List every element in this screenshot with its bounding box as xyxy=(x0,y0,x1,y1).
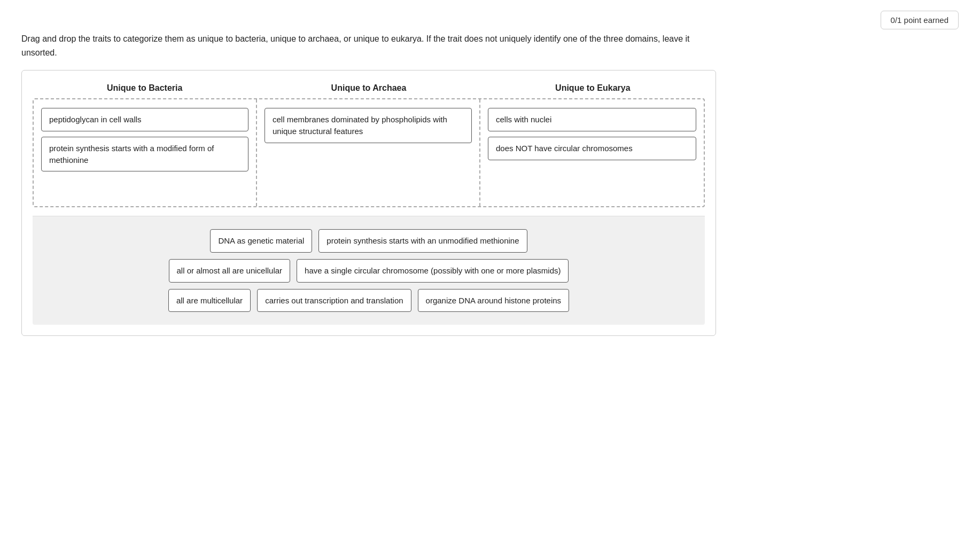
eukarya-header: Unique to Eukarya xyxy=(481,83,705,93)
trait-card[interactable]: all or almost all are unicellular xyxy=(169,259,291,283)
columns-header: Unique to Bacteria Unique to Archaea Uni… xyxy=(33,83,705,93)
unsorted-area: DNA as genetic materialprotein synthesis… xyxy=(33,216,705,325)
score-label: 0/1 point earned xyxy=(891,15,948,25)
unsorted-row-1: DNA as genetic materialprotein synthesis… xyxy=(43,229,694,253)
unsorted-row-3: all are multicellularcarries out transcr… xyxy=(43,289,694,312)
trait-card[interactable]: peptidoglycan in cell walls xyxy=(41,108,248,131)
trait-card[interactable]: protein synthesis starts with an unmodif… xyxy=(318,229,527,253)
archaea-header: Unique to Archaea xyxy=(256,83,480,93)
unsorted-row-2: all or almost all are unicellularhave a … xyxy=(43,259,694,283)
bacteria-drop-zone[interactable]: peptidoglycan in cell wallsprotein synth… xyxy=(34,99,257,206)
archaea-drop-zone[interactable]: cell membranes dominated by phospholipid… xyxy=(257,99,480,206)
drop-zones: peptidoglycan in cell wallsprotein synth… xyxy=(33,98,705,207)
trait-card[interactable]: cell membranes dominated by phospholipid… xyxy=(265,108,472,143)
trait-card[interactable]: protein synthesis starts with a modified… xyxy=(41,137,248,172)
main-container: Unique to Bacteria Unique to Archaea Uni… xyxy=(21,70,716,336)
trait-card[interactable]: cells with nuclei xyxy=(488,108,696,131)
trait-card[interactable]: does NOT have circular chromosomes xyxy=(488,137,696,160)
trait-card[interactable]: all are multicellular xyxy=(168,289,251,312)
trait-card[interactable]: organize DNA around histone proteins xyxy=(418,289,570,312)
eukarya-drop-zone[interactable]: cells with nucleidoes NOT have circular … xyxy=(480,99,704,206)
score-badge: 0/1 point earned xyxy=(881,11,959,29)
trait-card[interactable]: DNA as genetic material xyxy=(210,229,312,253)
instructions: Drag and drop the traits to categorize t… xyxy=(21,32,716,59)
bacteria-header: Unique to Bacteria xyxy=(33,83,256,93)
trait-card[interactable]: carries out transcription and translatio… xyxy=(257,289,411,312)
trait-card[interactable]: have a single circular chromosome (possi… xyxy=(297,259,569,283)
